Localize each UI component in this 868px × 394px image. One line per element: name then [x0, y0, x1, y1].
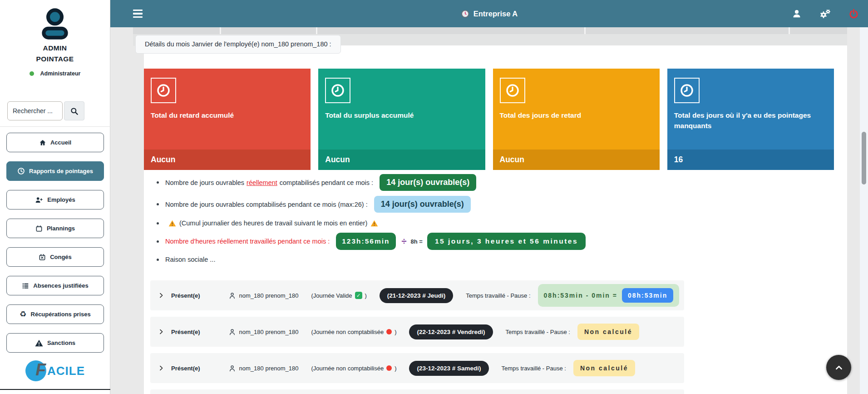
sidebar-item-conges[interactable]: Congés	[6, 247, 104, 267]
red-dot-icon	[386, 365, 392, 371]
day-row-jeudi[interactable]: Présent(e) nom_180 prenom_180 (Journée V…	[150, 280, 684, 310]
sidebar-item-accueil[interactable]: Accueil	[6, 133, 104, 152]
not-calculated-pill: Non calculé	[573, 360, 635, 376]
card-retard-accumule: Total du retard accumulé Aucun	[144, 69, 311, 170]
time-label: Temps travaillé - Pause :	[502, 365, 566, 372]
chevron-right-icon[interactable]	[158, 292, 164, 299]
day-row-samedi[interactable]: Présent(e) nom_180 prenom_180 (Journée n…	[150, 353, 684, 383]
heures-badge: 123h:56min	[336, 233, 395, 250]
clock-icon	[500, 78, 525, 103]
reellement-link[interactable]: réellement	[247, 179, 277, 186]
jours-ouvrables-max-badge: 14 jour(s) ouvrable(s)	[374, 196, 471, 213]
time-calc-pill: 08h:53min - 0min = 08h:53min	[538, 284, 680, 307]
card-jours-de-retard: Total des jours de retard Aucun	[493, 69, 660, 170]
day-rows: Présent(e) nom_180 prenom_180 (Journée V…	[150, 280, 684, 394]
chevron-up-icon	[833, 362, 845, 374]
gears-icon[interactable]	[819, 8, 831, 19]
red-dot-icon	[386, 329, 392, 334]
sidebar-item-rapports-de-pointages[interactable]: Rapports de pointages	[6, 161, 104, 181]
main-panel: Total du retard accumulé Aucun Total du …	[144, 45, 847, 394]
clock-icon	[325, 78, 350, 103]
employee-name: nom_180 prenom_180	[239, 292, 299, 299]
day-row-partial[interactable]	[150, 389, 684, 394]
sidebar: ADMIN POINTAGE Administrateur Accueil Ra…	[0, 0, 110, 394]
search-button[interactable]	[64, 101, 84, 120]
person-icon	[228, 328, 236, 336]
clock-icon	[151, 78, 176, 103]
sidebar-item-label: Plannings	[47, 225, 75, 232]
user-icon[interactable]	[792, 9, 802, 19]
person-icon	[228, 364, 236, 372]
hamburger-menu-icon[interactable]	[133, 10, 143, 18]
sidebar-item-label: Rapports de pointages	[29, 168, 93, 175]
scrollbar-thumb[interactable]	[862, 132, 866, 185]
divide-sign: ÷	[402, 236, 407, 247]
search-icon	[70, 107, 79, 115]
clock-icon	[17, 167, 25, 175]
card-value: 16	[667, 150, 834, 170]
calendar-x-icon	[39, 254, 46, 261]
facile-logo-text: ACILE	[47, 364, 85, 378]
sidebar-item-absences-justifiees[interactable]: Absences justifiées	[6, 276, 104, 295]
company-name: Entreprise A	[473, 10, 518, 18]
sidebar-item-label: Employés	[47, 196, 75, 203]
employee-name: nom_180 prenom_180	[239, 365, 299, 372]
sidebar-item-plannings[interactable]: Plannings	[6, 219, 104, 238]
warning-icon	[370, 220, 378, 227]
day-state: (Journée non comptabilisée )	[311, 329, 396, 335]
header-actions	[792, 8, 859, 20]
recycle-icon: ♻	[20, 310, 26, 318]
time-label: Temps travaillé - Pause :	[506, 329, 570, 335]
check-icon: ✓	[355, 292, 362, 299]
day-state: (Journée non comptabilisée )	[311, 365, 396, 372]
chevron-right-icon[interactable]	[158, 365, 164, 371]
home-icon	[39, 139, 46, 146]
sidebar-item-label: Sanctions	[47, 339, 75, 346]
date-pill: (22-12-2023 # Vendredi)	[409, 324, 493, 339]
user-name: ADMIN POINTAGE	[0, 43, 110, 65]
date-pill: (23-12-2023 # Samedi)	[409, 361, 488, 376]
date-pill: (21-12-2023 # Jeudi)	[380, 288, 453, 303]
chevron-right-icon[interactable]	[158, 329, 164, 335]
company-title: Entreprise A	[461, 10, 518, 18]
employee-name: nom_180 prenom_180	[239, 329, 299, 335]
sidebar-bottom-line	[0, 389, 110, 390]
sidebar-item-recuperations-prises[interactable]: ♻ Récupérations prises	[6, 304, 104, 324]
user-role: Administrateur	[0, 70, 110, 77]
jours-ouvrables-badge: 14 jour(s) ouvrable(s)	[380, 174, 476, 191]
summary-raison-sociale: Raison sociale ...	[157, 256, 586, 263]
card-value: Aucun	[493, 150, 660, 170]
scroll-to-top-button[interactable]	[826, 355, 851, 380]
card-value: Aucun	[318, 150, 485, 170]
facile-logo-circle: F	[25, 360, 46, 381]
presence-status: Présent(e)	[171, 329, 200, 335]
avatar	[37, 5, 73, 42]
month-summary: Nombre de jours ouvrables réellement com…	[157, 174, 586, 263]
warning-icon	[35, 339, 43, 347]
card-title: Total du surplus accumulé	[325, 110, 473, 120]
card-title: Total des jours de retard	[500, 110, 648, 120]
sidebar-item-label: Congés	[50, 254, 72, 260]
card-pointages-manquants: Total des jours où il y'a eu des pointag…	[667, 69, 834, 170]
sidebar-search	[7, 101, 84, 120]
user-plus-icon	[35, 196, 43, 204]
card-title: Total des jours où il y'a eu des pointag…	[674, 110, 822, 131]
time-result-badge: 08h:53min	[622, 288, 673, 303]
power-icon[interactable]	[848, 8, 859, 20]
top-header: Entreprise A	[110, 0, 868, 27]
online-status-dot	[30, 71, 34, 76]
sidebar-menu: Accueil Rapports de pointages Employés P…	[6, 133, 104, 362]
presence-status: Présent(e)	[171, 365, 200, 372]
search-input[interactable]	[7, 101, 63, 120]
day-row-vendredi[interactable]: Présent(e) nom_180 prenom_180 (Journée n…	[150, 317, 684, 347]
clock-icon	[674, 78, 700, 103]
details-banner: Détails du mois Janvier de l'employé(e) …	[135, 35, 341, 54]
conversion-badge: 15 jours, 3 heures et 56 minutes	[427, 233, 586, 250]
card-title: Total du retard accumulé	[151, 110, 299, 120]
sidebar-divider	[0, 126, 110, 127]
summary-heures-travaillees: Nombre d'heures réellement travaillés pe…	[157, 233, 586, 250]
sidebar-item-sanctions[interactable]: Sanctions	[6, 333, 104, 353]
sidebar-item-employes[interactable]: Employés	[6, 190, 104, 209]
summary-jours-max: Nombre de jours ouvrables comptabilisés …	[157, 196, 586, 213]
time-label: Temps travaillé - Pause :	[466, 292, 530, 299]
